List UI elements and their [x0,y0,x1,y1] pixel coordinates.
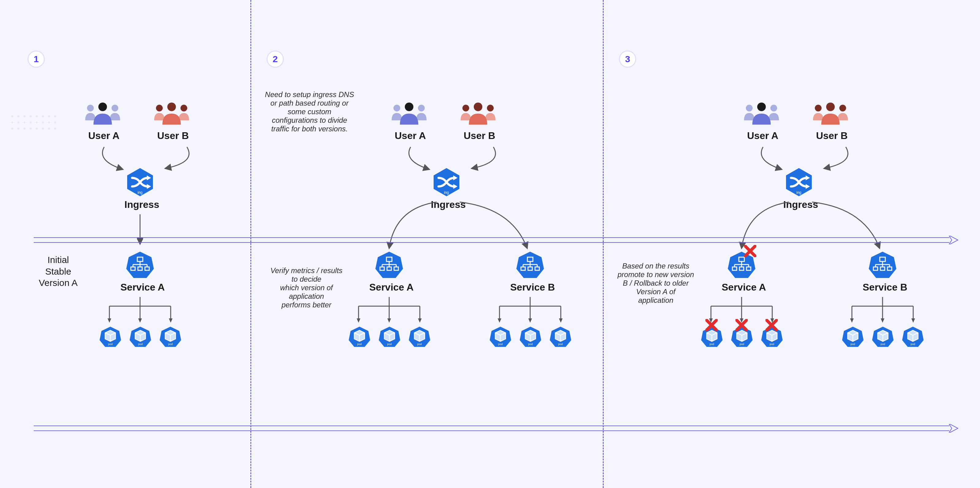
user-group-b [812,103,849,127]
terminate-x-icon [735,319,748,331]
pod [379,326,400,347]
step-number: 2 [273,54,278,64]
ingress-icon [431,167,462,198]
user-group-a [743,103,780,127]
step-number: 1 [34,54,39,64]
stage1-caption: Initial Stable Version A [27,254,89,289]
fanout-svcb [843,297,923,325]
step-badge-1: 1 [27,51,45,68]
terminate-x-icon [705,319,718,331]
service-a-label: Service A [121,282,165,293]
terminate-x-icon [744,245,756,257]
arrow-ingress-svcb [457,199,542,254]
pod [409,326,430,347]
ingress-icon [784,167,814,198]
service-a-icon [375,251,403,279]
stage3-side-note: Based on the results promote to new vers… [611,262,700,304]
user-a-label: User A [88,130,119,141]
pod [130,326,151,347]
step-number: 3 [625,54,630,64]
arrow-userb-ingress [153,146,215,176]
fanout-svca [349,297,429,325]
terminate-x-icon [765,319,778,331]
ingress-label: Ingress [124,199,159,210]
pod [349,326,370,347]
arrow-ingress-svca [729,199,794,254]
pod [902,326,924,347]
arrow-userb-ingress [812,146,873,176]
user-b-label: User B [816,130,848,141]
pod [842,326,864,347]
fanout-svca [100,297,180,325]
step-badge-3: 3 [619,51,636,68]
service-a-icon [126,251,154,279]
step-badge-2: 2 [267,51,284,68]
pod [550,326,571,347]
service-b-label: Service B [862,282,907,293]
user-group-b [460,103,496,127]
pod [872,326,894,347]
user-group-a [84,103,121,127]
service-b-icon [516,251,544,279]
pod [490,326,511,347]
timeline-arrow-bottom [34,424,959,433]
user-a-label: User A [747,130,778,141]
service-a-label: Service A [722,282,766,293]
stage2-top-note: Need to setup ingress DNS or path based … [262,90,357,133]
user-a-label: User A [395,130,426,141]
user-group-a [391,103,428,127]
service-b-icon [869,251,896,279]
user-group-b [153,103,190,127]
timeline-arrow-top [34,236,959,244]
pod [100,326,121,347]
service-a-label: Service A [369,282,414,293]
user-b-label: User B [464,130,495,141]
pod [520,326,541,347]
user-b-label: User B [157,130,189,141]
pod [160,326,181,347]
arrow-ingress-svca [377,199,441,254]
arrow-ingress-svcb [809,199,895,254]
stage2-side-note: Verify metrics / results to decide which… [262,266,351,309]
fanout-svcb [490,297,570,325]
service-b-label: Service B [510,282,555,293]
arrow-userb-ingress [460,146,521,176]
ingress-icon [125,167,155,198]
